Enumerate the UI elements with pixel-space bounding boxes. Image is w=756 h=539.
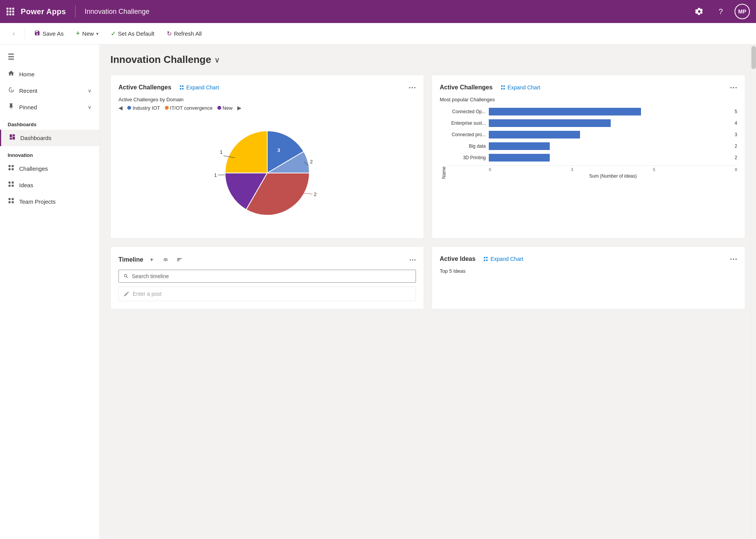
help-icon-btn[interactable]: ? <box>713 4 728 19</box>
svg-rect-8 <box>12 13 14 15</box>
timeline-add-btn[interactable]: + <box>146 254 157 265</box>
legend-next-btn[interactable]: ▶ <box>237 105 242 111</box>
refresh-all-label: Refresh All <box>174 30 202 37</box>
bar-value-1: 4 <box>732 120 737 126</box>
legend-item-new: New <box>217 105 233 111</box>
bar-label-1: Enterprise sust... <box>447 120 489 126</box>
x-axis-title: Sum (Number of ideas) <box>447 173 737 179</box>
legend-item-itot: IT/OT convergence <box>165 105 213 111</box>
x-axis-labels: 0 3 5 8 <box>447 165 737 172</box>
svg-rect-11 <box>8 168 10 170</box>
svg-rect-2 <box>12 8 14 10</box>
new-button[interactable]: + New ▾ <box>71 27 103 40</box>
svg-rect-9 <box>8 165 10 167</box>
legend-label-itot: IT/OT convergence <box>170 105 213 111</box>
team-projects-label: Team Projects <box>19 198 56 205</box>
checkmark-icon: ✓ <box>111 30 116 37</box>
legend-dot-new <box>217 106 221 110</box>
new-chevron-icon[interactable]: ▾ <box>96 31 99 36</box>
bar-expand-chart-btn[interactable]: Expand Chart <box>500 84 541 91</box>
x-axis-0: 0 <box>489 167 491 172</box>
timeline-more-btn[interactable]: ⋯ <box>409 255 416 264</box>
set-default-button[interactable]: ✓ Set As Default <box>106 28 159 40</box>
sidebar-item-pinned[interactable]: Pinned ∨ <box>0 99 99 115</box>
pie-expand-chart-btn[interactable]: Expand Chart <box>179 84 219 91</box>
bar-track-0 <box>489 108 732 115</box>
refresh-icon: ↻ <box>167 30 172 37</box>
timeline-search-placeholder: Search timeline <box>132 273 169 279</box>
bar-expand-label: Expand Chart <box>508 84 541 91</box>
pinned-chevron-icon: ∨ <box>88 104 92 110</box>
grid-icon[interactable] <box>6 7 15 16</box>
timeline-header: Timeline + ⋯ <box>118 254 416 265</box>
timeline-filter-btn[interactable] <box>160 254 171 265</box>
bar-fill-1 <box>489 119 611 127</box>
recent-icon <box>8 86 15 95</box>
bar-fill-0 <box>489 108 641 115</box>
bar-card-header: Active Challenges Expand Chart ⋯ <box>440 83 737 92</box>
legend-dot-itot <box>165 106 169 110</box>
ideas-card-title: Active Ideas <box>440 255 475 262</box>
svg-rect-4 <box>10 11 12 13</box>
ideas-expand-chart-btn[interactable]: Expand Chart <box>483 256 523 262</box>
svg-rect-7 <box>10 13 12 15</box>
bar-row-3: Big data 2 <box>447 142 737 150</box>
pie-chart-container: 3 2 2 1 1 <box>118 115 416 231</box>
sidebar-item-dashboards[interactable]: Dashboards <box>0 130 99 146</box>
page-title: Innovation Challenge <box>110 54 211 66</box>
sidebar-item-team-projects[interactable]: Team Projects <box>0 193 99 210</box>
ideas-card-more-btn[interactable]: ⋯ <box>730 254 737 264</box>
sidebar-item-ideas[interactable]: Ideas <box>0 177 99 193</box>
home-icon <box>8 70 15 79</box>
svg-rect-3 <box>7 11 8 13</box>
sidebar-item-challenges[interactable]: Challenges <box>0 160 99 177</box>
ideas-expand-label: Expand Chart <box>490 256 523 262</box>
svg-rect-1 <box>10 8 12 10</box>
recent-chevron-icon: ∨ <box>88 88 92 94</box>
set-default-label: Set As Default <box>118 30 154 37</box>
bar-label-0: Connected Op... <box>447 109 489 114</box>
hamburger-menu[interactable]: ☰ <box>0 48 99 66</box>
gear-icon-btn[interactable] <box>692 4 707 19</box>
pie-card-more-btn[interactable]: ⋯ <box>408 83 416 92</box>
content-area: Innovation Challenge ∨ Active Challenges… <box>100 45 756 539</box>
dashboards-section-title: Dashboards <box>0 115 99 130</box>
user-avatar[interactable]: MP <box>735 4 750 19</box>
y-axis-label: Name <box>440 108 447 179</box>
sidebar-item-recent[interactable]: Recent ∨ <box>0 82 99 99</box>
svg-text:2: 2 <box>314 191 316 197</box>
search-icon <box>123 274 129 279</box>
timeline-post-input[interactable]: Enter a post <box>118 287 416 301</box>
app-name: Power Apps <box>21 7 66 16</box>
svg-rect-18 <box>12 198 14 200</box>
pinned-label: Pinned <box>19 104 37 110</box>
pie-expand-label: Expand Chart <box>186 84 219 91</box>
sidebar-item-home[interactable]: Home <box>0 66 99 82</box>
svg-text:1: 1 <box>214 172 217 178</box>
legend-prev-btn[interactable]: ◀ <box>118 105 123 111</box>
recent-label: Recent <box>19 87 38 94</box>
timeline-post-placeholder: Enter a post <box>133 291 162 297</box>
refresh-all-button[interactable]: ↻ Refresh All <box>162 28 207 40</box>
bar-value-0: 5 <box>732 109 737 114</box>
bar-track-3 <box>489 142 732 150</box>
save-icon <box>34 30 40 38</box>
timeline-sort-btn[interactable] <box>174 254 185 265</box>
scrollbar-thumb[interactable] <box>751 46 756 69</box>
topbar-divider <box>75 5 76 18</box>
timeline-search-box[interactable]: Search timeline <box>118 270 416 283</box>
svg-rect-0 <box>7 8 8 10</box>
x-axis-8: 8 <box>735 167 737 172</box>
svg-rect-12 <box>12 168 14 170</box>
page-title-chevron-icon[interactable]: ∨ <box>214 55 220 64</box>
pie-card-title: Active Challenges <box>118 84 171 91</box>
bar-row-1: Enterprise sust... 4 <box>447 119 737 127</box>
save-as-button[interactable]: Save As <box>30 28 68 40</box>
bar-value-4: 2 <box>732 155 737 160</box>
topbar-page-name: Innovation Challenge <box>85 8 150 16</box>
bar-card-more-btn[interactable]: ⋯ <box>730 83 737 92</box>
bar-fill-4 <box>489 154 550 162</box>
back-button[interactable]: ‹ <box>8 28 20 40</box>
page-title-row: Innovation Challenge ∨ <box>110 54 745 66</box>
svg-rect-15 <box>8 185 10 187</box>
